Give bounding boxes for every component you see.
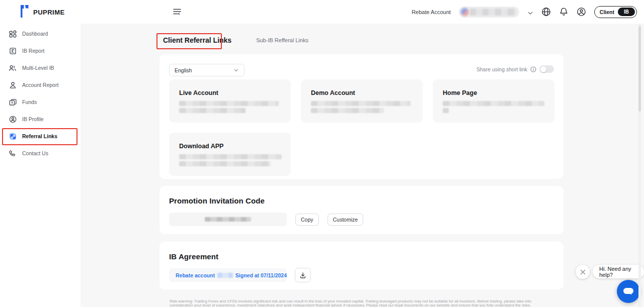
collapse-sidebar-icon[interactable] <box>173 7 183 16</box>
profile-avatar-icon[interactable] <box>577 7 586 17</box>
referral-links-icon <box>9 132 17 140</box>
sidebar-item-label: Multi-Level IB <box>22 65 54 71</box>
sidebar-item-dashboard[interactable]: Dashboard <box>0 25 80 42</box>
redacted-link-line <box>311 101 411 106</box>
language-select[interactable]: English <box>169 64 245 76</box>
sidebar-item-label: Account Report <box>22 82 58 88</box>
ib-report-icon <box>9 47 17 55</box>
chat-greeting-bubble[interactable]: Hi. Need any help? <box>593 265 644 278</box>
account-flag-icon <box>461 8 469 16</box>
redacted-link-line <box>179 154 282 159</box>
promotion-code-field[interactable] <box>169 213 287 226</box>
referral-links-panel: English Share using short link Live Acco… <box>159 54 564 179</box>
notifications-bell-icon[interactable] <box>559 7 569 17</box>
redacted-account <box>217 273 233 278</box>
short-link-toggle[interactable] <box>539 65 554 73</box>
sidebar-item-label: Referral Links <box>22 133 57 139</box>
sidebar-item-contact-us[interactable]: Contact Us <box>0 145 80 162</box>
card-home-page[interactable]: Home Page <box>433 79 554 123</box>
referral-cards: Live Account Demo Account Home Page Down… <box>169 79 554 176</box>
agreement-link[interactable]: Rebate account Signed at 07/11/2024 <box>169 268 287 282</box>
top-header: Rebate Account Client IB <box>80 0 644 24</box>
redacted-code <box>205 217 251 222</box>
promotion-title: Promotion Invitation Code <box>169 196 265 205</box>
close-icon <box>580 269 586 275</box>
card-live-account[interactable]: Live Account <box>169 79 291 123</box>
tab-sub-ib-refferal-links[interactable]: Sub-IB Refferal Links <box>256 37 308 43</box>
redacted-link-line <box>443 101 544 106</box>
short-link-label: Share using short link <box>476 66 527 72</box>
redacted-link-line <box>179 101 279 106</box>
multi-level-ib-icon <box>9 64 17 72</box>
redacted-link-line <box>443 108 449 113</box>
card-title: Home Page <box>443 89 554 96</box>
sidebar-item-funds[interactable]: $ Funds <box>0 93 80 111</box>
download-agreement-button[interactable] <box>295 268 311 282</box>
role-client-label[interactable]: Client <box>600 9 614 15</box>
chat-launcher-button[interactable] <box>617 280 640 303</box>
promotion-row: Copy Customize <box>169 213 363 226</box>
risk-warning-line1: Risk warning: Trading Forex and CFDs inv… <box>170 299 551 303</box>
brand-logo: PUPRIME <box>19 5 65 20</box>
sidebar-nav: Dashboard IB Report Multi-Level IB <box>0 25 80 162</box>
svg-text:$: $ <box>11 100 13 104</box>
redacted-link-line <box>179 108 246 113</box>
sidebar-item-referral-links[interactable]: Referral Links <box>0 128 80 145</box>
chevron-down-icon <box>233 67 239 73</box>
ib-profile-icon <box>9 115 17 123</box>
risk-warning-line2: consideration your level of experience, … <box>170 303 551 307</box>
sidebar-item-label: Funds <box>22 99 37 105</box>
sidebar-item-ib-report[interactable]: IB Report <box>0 42 80 59</box>
sidebar-item-label: Contact Us <box>22 150 48 156</box>
ib-agreement-panel: IB Agreement Rebate account Signed at 07… <box>159 242 564 289</box>
short-link-control: Share using short link <box>476 65 554 73</box>
customize-button[interactable]: Customize <box>328 214 364 226</box>
dashboard-icon <box>9 30 17 38</box>
card-download-app[interactable]: Download APP <box>169 133 291 176</box>
scrollbar-thumb[interactable] <box>638 26 641 112</box>
sidebar-item-label: IB Profile <box>22 116 44 122</box>
chat-close-button[interactable] <box>576 265 590 279</box>
language-globe-icon[interactable] <box>541 7 551 17</box>
funds-icon: $ <box>9 98 17 106</box>
info-icon <box>530 66 536 72</box>
download-icon <box>299 272 306 279</box>
toggle-knob <box>540 66 546 72</box>
card-title: Download APP <box>179 143 291 150</box>
language-select-value: English <box>175 67 192 73</box>
card-title: Demo Account <box>311 89 423 96</box>
sidebar-item-label: Dashboard <box>22 31 48 37</box>
card-title: Live Account <box>179 89 291 96</box>
chat-greeting-text: Hi. Need any help? <box>599 266 637 278</box>
sidebar-item-multi-level-ib[interactable]: Multi-Level IB <box>0 59 80 76</box>
agreement-signed-date: Signed at 07/11/2024 <box>235 272 287 278</box>
sidebar-item-ib-profile[interactable]: IB Profile <box>0 111 80 128</box>
account-report-icon <box>9 81 17 89</box>
chat-bubble-icon <box>622 286 634 296</box>
redacted-link-line <box>311 108 384 113</box>
copy-button[interactable]: Copy <box>295 214 319 226</box>
header-right-cluster: Rebate Account Client IB <box>412 0 637 24</box>
contact-us-icon <box>9 149 17 157</box>
agreement-row: Rebate account Signed at 07/11/2024 <box>169 268 311 282</box>
tab-client-referral-links[interactable]: Client Referral Links <box>159 34 235 47</box>
role-ib-selected-pill[interactable]: IB <box>618 8 635 16</box>
brand-logo-text: PUPRIME <box>33 9 65 16</box>
redacted-link-line <box>179 161 271 166</box>
risk-warning: Risk warning: Trading Forex and CFDs inv… <box>170 299 551 307</box>
agreement-prefix: Rebate account <box>176 272 215 278</box>
agreement-title: IB Agreement <box>169 252 218 261</box>
promotion-code-panel: Promotion Invitation Code Copy Customize <box>159 186 564 234</box>
sidebar-item-account-report[interactable]: Account Report <box>0 76 80 93</box>
puprime-logo-icon <box>19 5 30 20</box>
rebate-account-selector[interactable] <box>459 7 519 18</box>
sidebar: PUPRIME Dashboard IB Report <box>0 0 80 307</box>
account-redacted-value <box>470 9 516 16</box>
rebate-account-label: Rebate Account <box>412 9 451 15</box>
client-ib-role-toggle[interactable]: Client IB <box>594 6 637 18</box>
card-demo-account[interactable]: Demo Account <box>301 79 423 123</box>
chevron-down-icon[interactable] <box>527 9 533 15</box>
referral-tabs: Client Referral Links Sub-IB Refferal Li… <box>159 33 308 47</box>
sidebar-item-label: IB Report <box>22 48 44 54</box>
